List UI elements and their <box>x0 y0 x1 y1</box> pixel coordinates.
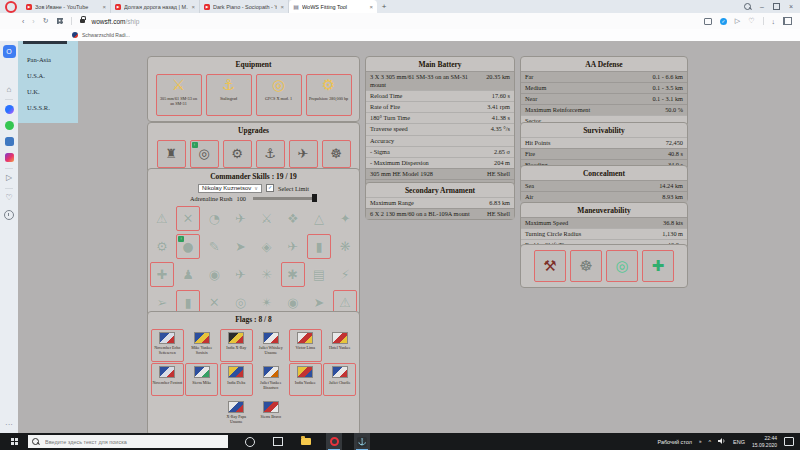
new-tab-button[interactable]: + <box>377 0 391 13</box>
nation-menu-item[interactable]: U.S.A. <box>18 67 78 83</box>
tab-close-icon[interactable]: × <box>102 4 106 10</box>
sidebar-more-button[interactable]: ··· <box>0 421 18 429</box>
consumable-tile[interactable]: ✚ <box>642 250 674 282</box>
skill-tile[interactable]: ✈ <box>229 206 253 231</box>
browser-tab[interactable]: Долгая дорога назад | M...× <box>111 0 200 13</box>
flag-tile[interactable]: Juliet Whiskey Unaone <box>254 329 287 362</box>
speed-dial-icon[interactable] <box>57 18 63 24</box>
volume-icon[interactable] <box>718 437 726 446</box>
skill-tile[interactable]: ➤ <box>229 234 253 259</box>
browser-tab[interactable]: Dark Piano - Sociopath - Y...× <box>200 0 289 13</box>
skill-tile[interactable]: ▮ <box>307 234 331 259</box>
skill-tile[interactable]: ✳ <box>255 262 279 287</box>
browser-tab[interactable]: Зов Иване - YouTube× <box>22 0 111 13</box>
restore-icon[interactable] <box>773 3 780 10</box>
upgrade-tile[interactable]: ♜ <box>157 140 186 168</box>
flag-tile[interactable]: November Echo Setteseven <box>151 329 184 362</box>
taskbar-search-box[interactable] <box>28 435 228 448</box>
my-flow-icon[interactable]: ▷ <box>735 17 740 25</box>
forward-icon[interactable]: › <box>32 18 34 25</box>
flag-tile[interactable]: Victor Lima <box>289 329 322 362</box>
vk-button[interactable] <box>0 137 18 146</box>
skill-tile[interactable]: ✱ <box>281 262 305 287</box>
snapshot-icon[interactable] <box>704 18 712 25</box>
flag-tile[interactable]: Juliet Yankee Bissotwo <box>254 363 287 396</box>
taskbar-search-input[interactable] <box>43 438 207 446</box>
equipment-tile[interactable]: ⚓Stalingrad <box>206 74 252 116</box>
skill-tile[interactable]: ◈ <box>255 234 279 259</box>
file-explorer-button[interactable] <box>298 433 314 450</box>
consumable-tile[interactable]: ◎ <box>606 250 638 282</box>
whatsapp-button[interactable] <box>0 121 18 130</box>
skill-tile[interactable]: ⚡ <box>333 262 357 287</box>
skill-tile[interactable]: ✈ <box>281 234 305 259</box>
url-text[interactable]: wowsft.com/ship <box>92 18 140 25</box>
adrenaline-rush-slider[interactable] <box>253 197 317 200</box>
upgrade-tile[interactable]: ☸ <box>322 140 351 168</box>
flag-tile[interactable]: Mike Yankee Soxisix <box>185 329 218 362</box>
opera-menu-button[interactable] <box>0 0 22 13</box>
action-center-icon[interactable] <box>784 437 794 446</box>
close-icon[interactable]: × <box>789 3 793 10</box>
upgrade-tile[interactable]: ✈ <box>289 140 318 168</box>
skill-tile[interactable]: ✦ <box>333 206 357 231</box>
upgrade-tile[interactable]: ◎+ <box>190 140 219 168</box>
flag-tile[interactable]: India X-Ray <box>220 329 253 362</box>
hidden-icons-caret[interactable]: ^ <box>708 439 711 445</box>
instagram-button[interactable] <box>0 153 18 162</box>
select-limit-checkbox[interactable]: ✓ <box>266 184 274 192</box>
download-icon[interactable]: ↓ <box>772 18 776 25</box>
upgrade-tile[interactable]: ⚙ <box>223 140 252 168</box>
skill-tile[interactable]: ◉ <box>202 262 226 287</box>
skill-tile[interactable]: ▤ <box>307 262 331 287</box>
flag-tile[interactable]: India Yankee <box>289 363 322 396</box>
tab-close-icon[interactable]: × <box>369 4 373 10</box>
history-button[interactable] <box>0 210 18 220</box>
search-icon[interactable] <box>744 3 751 10</box>
telegram-button[interactable]: ▷ <box>0 174 18 182</box>
desktop-toolbar-label[interactable]: Рабочий стол <box>657 439 692 445</box>
flag-tile[interactable]: Hotel Yankee <box>323 329 356 362</box>
skill-tile[interactable]: ⚠ <box>150 206 174 231</box>
nation-menu-item[interactable]: Pan-Asia <box>18 51 78 67</box>
flag-tile[interactable]: Sierra Mike <box>185 363 218 396</box>
equipment-tile[interactable]: ⚔305 mm/61 SM-33 on an SM-31 <box>156 74 202 116</box>
skill-tile[interactable]: ◔ <box>202 206 226 231</box>
flag-tile[interactable]: Juliet Charlie <box>323 363 356 396</box>
flag-tile[interactable]: November Foxtrot <box>151 363 184 396</box>
task-view-button[interactable] <box>270 433 286 450</box>
taskbar-clock[interactable]: 22:44 15.09.2020 <box>752 435 777 448</box>
skill-tile[interactable]: ✈ <box>229 262 253 287</box>
upgrade-tile[interactable]: ⚓ <box>256 140 285 168</box>
commander-select[interactable]: Nikolay Kuznetsov ∨ <box>198 184 262 193</box>
browser-tab[interactable]: WoWS Fitting Tool× <box>289 0 377 13</box>
skill-tile[interactable]: ●+ <box>176 234 200 259</box>
back-icon[interactable]: ‹ <box>22 18 24 25</box>
messenger-button[interactable] <box>0 105 18 114</box>
flag-tile[interactable]: India Delta <box>220 363 253 396</box>
tab-close-icon[interactable]: × <box>191 4 195 10</box>
skill-tile[interactable]: ✎ <box>202 234 226 259</box>
cortana-button[interactable] <box>242 433 258 450</box>
wows-taskbar-button[interactable]: ⚓ <box>354 433 370 450</box>
opera-taskbar-button[interactable] <box>326 433 342 450</box>
favorites-button[interactable]: ♡ <box>0 194 18 202</box>
consumable-tile[interactable]: ⚒ <box>534 250 566 282</box>
slider-handle[interactable] <box>312 194 317 202</box>
equipment-tile[interactable]: ◎GFCS X mod. 1 <box>256 74 302 116</box>
lock-icon[interactable] <box>80 19 85 23</box>
nation-menu-item[interactable]: U.S.S.R. <box>18 99 78 115</box>
skill-tile[interactable]: △ <box>307 206 331 231</box>
nation-menu-item[interactable]: U.K. <box>18 83 78 99</box>
toolbar-expand-icon[interactable]: » <box>699 439 702 444</box>
flag-tile[interactable]: Sierra Bravo <box>254 398 287 431</box>
extension-check-icon[interactable]: ✓ <box>720 18 727 25</box>
skill-tile[interactable]: ❖ <box>281 206 305 231</box>
bookmark-item[interactable]: Schwarzschild Radi... <box>82 32 130 38</box>
flag-tile[interactable]: X-Ray Papa Unaone <box>220 398 253 431</box>
home-button[interactable]: ⌂ <box>0 86 18 94</box>
skill-tile[interactable]: ♟ <box>176 262 200 287</box>
bookmark-heart-icon[interactable]: ♡ <box>748 17 754 25</box>
equipment-tile[interactable]: ⚙Propulsion: 280,000 hp <box>306 74 352 116</box>
speed-dial-tile[interactable]: O <box>0 45 18 58</box>
